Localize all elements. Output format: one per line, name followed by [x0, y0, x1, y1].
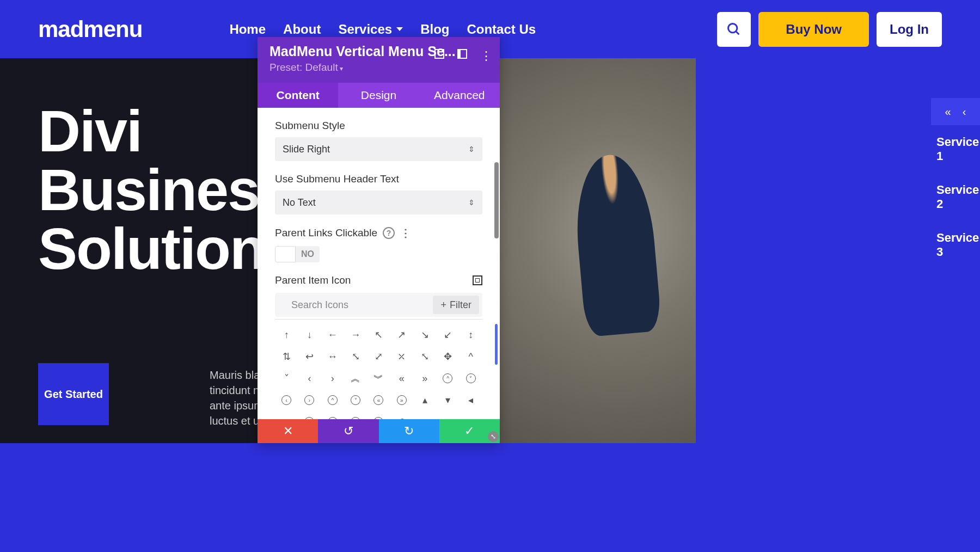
parent-links-toggle-row: NO	[275, 246, 482, 262]
icon-grid: ↑↓←→↖↗↘↙↕⇅↩↔⤡⤢⤫⤡✥^˅‹›︽︾«»^˅‹›^˅«»▴▾◂▸^˅‹…	[275, 319, 482, 421]
panel-header-icons: ⋮	[434, 49, 491, 63]
fullscreen-icon[interactable]	[473, 275, 482, 285]
nav-contact[interactable]: Contact Us	[467, 22, 536, 37]
chevron-left-icon: ‹	[963, 106, 966, 118]
submenu-style-select[interactable]: Slide Right ⇕	[275, 137, 482, 161]
parent-links-toggle[interactable]	[275, 246, 296, 262]
icon-option[interactable]: ︽	[344, 367, 367, 389]
nav-blog[interactable]: Blog	[420, 22, 449, 37]
submenu-style-label: Submenu Style	[275, 120, 482, 132]
panel-scrollbar[interactable]	[494, 162, 499, 238]
tab-content[interactable]: Content	[258, 83, 338, 108]
icon-option[interactable]: ⤡	[344, 346, 367, 367]
cancel-button[interactable]: ✕	[258, 419, 318, 443]
hero-image	[500, 58, 696, 443]
redo-button[interactable]: ↻	[379, 419, 439, 443]
icon-option[interactable]: ›	[298, 389, 321, 411]
filter-label: Filter	[450, 299, 471, 311]
icon-option[interactable]: ▾	[436, 389, 459, 411]
get-started-button[interactable]: Get Started	[38, 363, 109, 425]
main-nav: Home About Services Blog Contact Us	[229, 22, 536, 37]
icon-option[interactable]: ↖	[367, 324, 390, 346]
panel-preset[interactable]: Preset: Default	[270, 62, 488, 73]
submenu-header-value: No Text	[283, 197, 316, 208]
services-sidebar: « ‹ Service 1 Service 2 Service 3	[926, 98, 980, 269]
icon-search-input[interactable]: Search Icons	[291, 299, 433, 311]
nav-home[interactable]: Home	[229, 22, 266, 37]
person-figure	[571, 151, 662, 337]
help-icon[interactable]: ?	[383, 227, 395, 239]
tab-advanced[interactable]: Advanced	[419, 83, 500, 108]
icon-option[interactable]: ⇅	[275, 346, 298, 367]
nav-about[interactable]: About	[283, 22, 321, 37]
search-button[interactable]	[717, 12, 751, 47]
icon-option[interactable]: ›	[321, 367, 344, 389]
sidebar-item-service2[interactable]: Service 2	[926, 173, 980, 221]
icon-option[interactable]: ˅	[275, 367, 298, 389]
icon-option[interactable]: ▴	[413, 389, 436, 411]
undo-button[interactable]: ↺	[318, 419, 378, 443]
sidebar-item-service3[interactable]: Service 3	[926, 221, 980, 269]
icon-option[interactable]: ⤫	[390, 346, 413, 367]
icon-option[interactable]: ↘	[413, 324, 436, 346]
icon-option[interactable]: ◂	[460, 389, 482, 411]
nav-services-label: Services	[338, 22, 392, 37]
icon-option[interactable]: »	[413, 367, 436, 389]
tab-design[interactable]: Design	[338, 83, 419, 108]
panel-bottom-bar: ✕ ↺ ↻ ✓ ⤡	[258, 419, 500, 443]
sidebar-collapse[interactable]: « ‹	[931, 98, 980, 125]
filter-button[interactable]: + Filter	[433, 296, 479, 314]
icon-grid-scrollbar[interactable]	[495, 324, 498, 365]
icon-option[interactable]: ︾	[367, 367, 390, 389]
icon-option[interactable]: ⤡	[413, 346, 436, 367]
login-button[interactable]: Log In	[877, 12, 942, 47]
panel-body[interactable]: Submenu Style Slide Right ⇕ Use Submenu …	[258, 108, 500, 421]
sidebar-item-service1[interactable]: Service 1	[926, 125, 980, 173]
expand-icon[interactable]	[434, 49, 444, 59]
icon-option[interactable]: ‹	[298, 367, 321, 389]
nav-services[interactable]: Services	[338, 22, 403, 37]
icon-option[interactable]: ←	[321, 324, 344, 346]
toggle-no-label: NO	[296, 246, 320, 262]
icon-search-bar: Search Icons + Filter	[275, 293, 482, 317]
buy-now-button[interactable]: Buy Now	[758, 12, 869, 47]
select-arrow-icon: ⇕	[468, 145, 475, 154]
chevron-down-icon	[396, 27, 403, 31]
icon-option[interactable]: ˅	[460, 367, 482, 389]
logo[interactable]: madmenu	[38, 16, 142, 42]
resize-handle[interactable]: ⤡	[488, 431, 499, 442]
more-icon[interactable]: ⋮	[480, 49, 491, 63]
settings-panel: MadMenu Vertical Menu Se... Preset: Defa…	[258, 37, 500, 443]
icon-option[interactable]: ↑	[275, 324, 298, 346]
parent-icon-label-text: Parent Item Icon	[275, 274, 351, 286]
icon-option[interactable]: ✥	[436, 346, 459, 367]
icon-option[interactable]: «	[390, 367, 413, 389]
panel-header[interactable]: MadMenu Vertical Menu Se... Preset: Defa…	[258, 37, 500, 83]
icon-option[interactable]: ↩	[298, 346, 321, 367]
plus-icon: +	[440, 299, 446, 311]
select-arrow-icon: ⇕	[468, 198, 475, 207]
icon-option[interactable]: »	[390, 389, 413, 411]
icon-option[interactable]: ↕	[460, 324, 482, 346]
parent-links-label-text: Parent Links Clickable	[275, 227, 377, 239]
parent-icon-label: Parent Item Icon	[275, 274, 482, 286]
icon-option[interactable]: →	[344, 324, 367, 346]
icon-option[interactable]: ⤢	[367, 346, 390, 367]
icon-option[interactable]: ↙	[436, 324, 459, 346]
icon-option[interactable]: ^	[436, 367, 459, 389]
icon-option[interactable]: ˅	[344, 389, 367, 411]
dock-icon[interactable]	[457, 49, 467, 59]
icon-option[interactable]: ↔	[321, 346, 344, 367]
icon-option[interactable]: ^	[321, 389, 344, 411]
panel-tabs: Content Design Advanced	[258, 83, 500, 108]
icon-option[interactable]: ↓	[298, 324, 321, 346]
icon-option[interactable]: ↗	[390, 324, 413, 346]
submenu-style-value: Slide Right	[283, 144, 330, 155]
double-chevron-left-icon: «	[945, 106, 951, 118]
svg-point-0	[728, 23, 737, 32]
submenu-header-select[interactable]: No Text ⇕	[275, 191, 482, 214]
icon-option[interactable]: «	[367, 389, 390, 411]
icon-option[interactable]: ‹	[275, 389, 298, 411]
icon-option[interactable]: ^	[460, 346, 482, 367]
options-icon[interactable]: ⋮	[400, 226, 411, 240]
